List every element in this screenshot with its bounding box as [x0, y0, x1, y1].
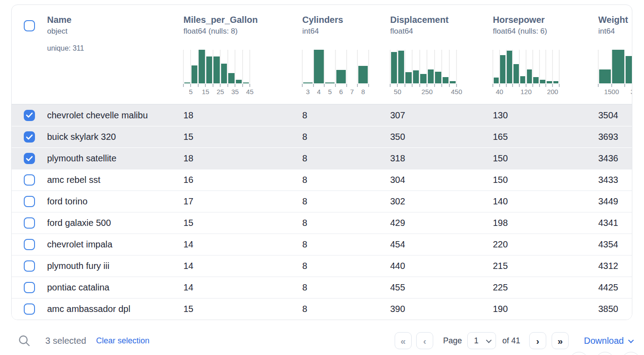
column-dtype: int64: [598, 26, 632, 37]
first-page-button[interactable]: «: [395, 332, 412, 349]
hist-tick: [624, 84, 625, 87]
hist-gridline: [545, 50, 546, 83]
hist-axis-label: 35: [231, 88, 239, 95]
column-header-cylinders: Cylindersint64345678: [302, 5, 390, 104]
cell-miles_per_gallon: 18: [183, 110, 302, 121]
column-dtype: int64: [302, 26, 390, 37]
table-row[interactable]: plymouth satellite1883181503436: [12, 147, 632, 169]
table-row[interactable]: chevrolet chevelle malibu1883071303504: [12, 104, 632, 126]
table-row[interactable]: ford galaxie 5001584291984341: [12, 212, 632, 234]
hist-tick: [190, 84, 191, 87]
cell-weight: 3449: [598, 196, 632, 207]
row-checkbox-cell: [12, 217, 47, 229]
table-row[interactable]: ford torino1783021403449: [12, 190, 632, 212]
hist-axis-labels: 40120200: [493, 87, 559, 95]
cell-displacement: 350: [390, 132, 493, 142]
hist-bar: [236, 80, 242, 83]
hist-bar: [420, 74, 426, 83]
cell-weight: 3504: [598, 110, 632, 121]
row-checkbox[interactable]: [24, 131, 35, 143]
hist-bar: [540, 80, 545, 83]
select-all-cell: [12, 5, 47, 104]
hist-axis-label: 120: [520, 88, 531, 95]
row-checkbox[interactable]: [24, 110, 35, 121]
row-checkbox[interactable]: [24, 174, 35, 186]
hist-axis-label: 1500: [604, 88, 619, 95]
select-all-checkbox[interactable]: [24, 20, 35, 31]
row-checkbox-cell: [12, 260, 47, 272]
row-checkbox[interactable]: [24, 303, 35, 315]
cell-miles_per_gallon: 16: [183, 175, 302, 185]
last-page-button[interactable]: »: [552, 332, 569, 349]
hist-axis-ticks: [598, 83, 632, 87]
hist-axis-label: 3500: [631, 88, 632, 95]
histogram-plot: [598, 50, 632, 83]
prev-page-button[interactable]: ‹: [416, 332, 433, 349]
hist-axis-label: 25: [217, 88, 224, 95]
column-title: Miles_per_Gallon: [183, 14, 302, 26]
row-checkbox[interactable]: [24, 282, 35, 293]
cell-horsepower: 215: [493, 261, 598, 271]
hist-tick: [611, 84, 612, 87]
hist-tick: [499, 84, 500, 87]
hist-bar: [191, 65, 197, 84]
row-checkbox[interactable]: [24, 153, 35, 164]
table-row[interactable]: buick skylark 3201583501653693: [12, 126, 632, 147]
cell-displacement: 429: [390, 218, 493, 228]
hist-axis-ticks: [493, 83, 559, 87]
chevron-down-icon: [628, 337, 634, 343]
hist-bar: [336, 70, 346, 83]
histogram-horsepower: 40120200: [493, 50, 559, 95]
next-page-button[interactable]: ›: [529, 332, 546, 349]
hist-tick: [198, 84, 199, 87]
column-header-name: Nameobjectunique: 311: [47, 5, 183, 104]
table-row[interactable]: chevrolet impala1484542204354: [12, 234, 632, 255]
column-dtype: object: [47, 26, 183, 37]
hist-axis-labels: 15003500: [598, 87, 632, 95]
cell-cylinders: 8: [302, 153, 390, 164]
histogram-plot: [493, 50, 559, 83]
row-checkbox[interactable]: [24, 260, 35, 272]
hist-tick: [405, 84, 405, 87]
download-menu[interactable]: Download: [584, 336, 632, 346]
hist-tick: [456, 84, 457, 87]
table-row[interactable]: pontiac catalina1484552254425: [12, 277, 632, 298]
cell-miles_per_gallon: 17: [183, 196, 302, 207]
hist-tick: [412, 84, 413, 87]
hist-bar: [428, 69, 434, 84]
pagination: « ‹ Page 1 of 41 › » Download: [395, 332, 632, 349]
hist-bar: [413, 70, 419, 83]
check-icon: [26, 113, 33, 118]
table-row[interactable]: plymouth fury iii1484402154312: [12, 255, 632, 277]
row-checkbox[interactable]: [24, 239, 35, 250]
hist-bar: [391, 52, 397, 84]
cell-cylinders: 8: [302, 110, 390, 121]
row-checkbox[interactable]: [24, 217, 35, 229]
cell-weight: 3693: [598, 132, 632, 142]
histogram-displacement: 50250450: [390, 50, 457, 95]
hist-tick: [449, 84, 450, 87]
table-row[interactable]: amc ambassador dpl1583901903850: [12, 298, 632, 320]
cell-displacement: 455: [390, 282, 493, 293]
clear-selection-link[interactable]: Clear selection: [96, 336, 149, 346]
column-title: Cylinders: [302, 14, 390, 26]
table-row[interactable]: amc rebel sst1683041503433: [12, 169, 632, 190]
cell-name: plymouth fury iii: [47, 261, 183, 271]
histogram-weight: 15003500: [598, 50, 632, 95]
page-select[interactable]: 1: [467, 332, 496, 349]
cell-horsepower: 220: [493, 239, 598, 250]
table-body: chevrolet chevelle malibu1883071303504bu…: [12, 104, 632, 320]
hist-tick: [213, 84, 213, 87]
column-title: Weight: [598, 14, 632, 26]
cell-name: plymouth satellite: [47, 153, 183, 164]
hist-tick: [235, 84, 235, 87]
row-checkbox-cell: [12, 282, 47, 293]
cell-miles_per_gallon: 14: [183, 282, 302, 293]
row-checkbox-cell: [12, 303, 47, 315]
search-icon[interactable]: [17, 334, 31, 347]
row-checkbox-cell: [12, 239, 47, 250]
download-label: Download: [584, 336, 624, 346]
hist-bar: [500, 55, 505, 83]
row-checkbox[interactable]: [24, 196, 35, 207]
cell-miles_per_gallon: 14: [183, 261, 302, 271]
